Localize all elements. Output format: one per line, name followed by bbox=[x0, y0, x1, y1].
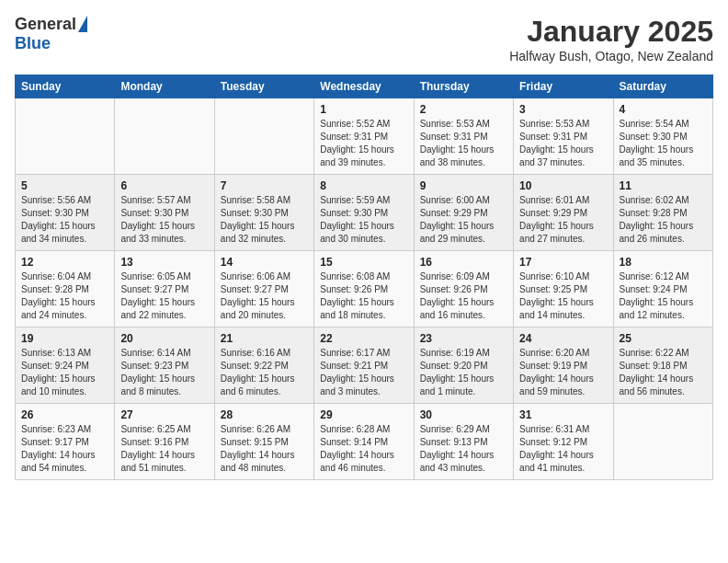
day-number: 28 bbox=[221, 408, 308, 421]
day-cell: 25Sunrise: 6:22 AM Sunset: 9:18 PM Dayli… bbox=[613, 327, 712, 404]
day-info: Sunrise: 6:31 AM Sunset: 9:12 PM Dayligh… bbox=[519, 423, 607, 475]
day-info: Sunrise: 6:14 AM Sunset: 9:23 PM Dayligh… bbox=[120, 347, 208, 398]
day-cell: 20Sunrise: 6:14 AM Sunset: 9:23 PM Dayli… bbox=[115, 327, 214, 404]
day-number: 26 bbox=[21, 408, 108, 421]
week-row-1: 1Sunrise: 5:52 AM Sunset: 9:31 PM Daylig… bbox=[16, 98, 713, 175]
day-info: Sunrise: 6:28 AM Sunset: 9:14 PM Dayligh… bbox=[320, 423, 407, 475]
day-info: Sunrise: 5:56 AM Sunset: 9:30 PM Dayligh… bbox=[21, 194, 108, 246]
day-number: 4 bbox=[620, 103, 707, 116]
day-info: Sunrise: 6:10 AM Sunset: 9:25 PM Dayligh… bbox=[519, 270, 607, 322]
calendar-header: SundayMondayTuesdayWednesdayThursdayFrid… bbox=[16, 75, 713, 98]
day-cell: 8Sunrise: 5:59 AM Sunset: 9:30 PM Daylig… bbox=[314, 175, 414, 251]
day-cell: 4Sunrise: 5:54 AM Sunset: 9:30 PM Daylig… bbox=[613, 98, 712, 175]
month-title: January 2025 bbox=[509, 15, 713, 49]
day-cell: 23Sunrise: 6:19 AM Sunset: 9:20 PM Dayli… bbox=[414, 327, 513, 404]
day-cell bbox=[16, 98, 115, 175]
title-area: January 2025 Halfway Bush, Otago, New Ze… bbox=[509, 15, 713, 63]
header-cell-wednesday: Wednesday bbox=[314, 75, 414, 98]
day-cell: 11Sunrise: 6:02 AM Sunset: 9:28 PM Dayli… bbox=[613, 175, 712, 251]
day-cell: 26Sunrise: 6:23 AM Sunset: 9:17 PM Dayli… bbox=[16, 404, 115, 480]
day-number: 27 bbox=[120, 408, 208, 421]
day-number: 17 bbox=[519, 256, 607, 269]
day-info: Sunrise: 6:17 AM Sunset: 9:21 PM Dayligh… bbox=[320, 347, 407, 398]
header-row: SundayMondayTuesdayWednesdayThursdayFrid… bbox=[16, 75, 713, 98]
day-number: 14 bbox=[221, 256, 308, 269]
day-number: 9 bbox=[420, 179, 507, 192]
day-cell: 30Sunrise: 6:29 AM Sunset: 9:13 PM Dayli… bbox=[414, 404, 513, 480]
header-cell-friday: Friday bbox=[514, 75, 613, 98]
location: Halfway Bush, Otago, New Zealand bbox=[509, 49, 713, 63]
calendar-table: SundayMondayTuesdayWednesdayThursdayFrid… bbox=[15, 75, 713, 480]
day-cell: 7Sunrise: 5:58 AM Sunset: 9:30 PM Daylig… bbox=[214, 175, 313, 251]
day-number: 21 bbox=[221, 332, 308, 345]
day-number: 23 bbox=[420, 332, 507, 345]
day-info: Sunrise: 6:25 AM Sunset: 9:16 PM Dayligh… bbox=[120, 423, 208, 475]
logo-general-text: General bbox=[15, 15, 76, 34]
day-number: 20 bbox=[120, 332, 208, 345]
day-info: Sunrise: 5:53 AM Sunset: 9:31 PM Dayligh… bbox=[519, 118, 607, 169]
day-number: 7 bbox=[221, 179, 308, 192]
day-cell: 12Sunrise: 6:04 AM Sunset: 9:28 PM Dayli… bbox=[16, 251, 115, 327]
day-cell: 17Sunrise: 6:10 AM Sunset: 9:25 PM Dayli… bbox=[514, 251, 613, 327]
logo-blue-text: Blue bbox=[15, 34, 51, 53]
day-cell: 9Sunrise: 6:00 AM Sunset: 9:29 PM Daylig… bbox=[414, 175, 513, 251]
week-row-5: 26Sunrise: 6:23 AM Sunset: 9:17 PM Dayli… bbox=[16, 404, 713, 480]
day-info: Sunrise: 6:02 AM Sunset: 9:28 PM Dayligh… bbox=[620, 194, 707, 246]
day-number: 29 bbox=[320, 408, 407, 421]
day-cell: 6Sunrise: 5:57 AM Sunset: 9:30 PM Daylig… bbox=[115, 175, 214, 251]
day-cell: 16Sunrise: 6:09 AM Sunset: 9:26 PM Dayli… bbox=[414, 251, 513, 327]
day-info: Sunrise: 6:12 AM Sunset: 9:24 PM Dayligh… bbox=[620, 270, 707, 322]
day-info: Sunrise: 5:54 AM Sunset: 9:30 PM Dayligh… bbox=[620, 118, 707, 169]
header-cell-monday: Monday bbox=[115, 75, 214, 98]
week-row-2: 5Sunrise: 5:56 AM Sunset: 9:30 PM Daylig… bbox=[16, 175, 713, 251]
day-number: 16 bbox=[420, 256, 507, 269]
day-info: Sunrise: 6:16 AM Sunset: 9:22 PM Dayligh… bbox=[221, 347, 308, 398]
day-cell: 15Sunrise: 6:08 AM Sunset: 9:26 PM Dayli… bbox=[314, 251, 414, 327]
day-number: 5 bbox=[21, 179, 108, 192]
day-cell: 1Sunrise: 5:52 AM Sunset: 9:31 PM Daylig… bbox=[314, 98, 414, 175]
header-cell-tuesday: Tuesday bbox=[214, 75, 313, 98]
day-number: 2 bbox=[420, 103, 507, 116]
day-cell bbox=[115, 98, 214, 175]
day-cell: 3Sunrise: 5:53 AM Sunset: 9:31 PM Daylig… bbox=[514, 98, 613, 175]
day-info: Sunrise: 6:01 AM Sunset: 9:29 PM Dayligh… bbox=[519, 194, 607, 246]
day-number: 13 bbox=[120, 256, 208, 269]
day-cell bbox=[613, 404, 712, 480]
header-cell-saturday: Saturday bbox=[613, 75, 712, 98]
day-info: Sunrise: 6:05 AM Sunset: 9:27 PM Dayligh… bbox=[120, 270, 208, 322]
day-number: 6 bbox=[120, 179, 208, 192]
day-cell: 22Sunrise: 6:17 AM Sunset: 9:21 PM Dayli… bbox=[314, 327, 414, 404]
day-info: Sunrise: 5:52 AM Sunset: 9:31 PM Dayligh… bbox=[320, 118, 407, 169]
day-info: Sunrise: 6:09 AM Sunset: 9:26 PM Dayligh… bbox=[420, 270, 507, 322]
logo-triangle-icon bbox=[78, 16, 87, 32]
day-cell: 18Sunrise: 6:12 AM Sunset: 9:24 PM Dayli… bbox=[613, 251, 712, 327]
day-cell: 14Sunrise: 6:06 AM Sunset: 9:27 PM Dayli… bbox=[214, 251, 313, 327]
header-cell-sunday: Sunday bbox=[16, 75, 115, 98]
day-info: Sunrise: 6:08 AM Sunset: 9:26 PM Dayligh… bbox=[320, 270, 407, 322]
day-info: Sunrise: 5:53 AM Sunset: 9:31 PM Dayligh… bbox=[420, 118, 507, 169]
day-number: 11 bbox=[620, 179, 707, 192]
day-cell: 28Sunrise: 6:26 AM Sunset: 9:15 PM Dayli… bbox=[214, 404, 313, 480]
day-info: Sunrise: 6:26 AM Sunset: 9:15 PM Dayligh… bbox=[221, 423, 308, 475]
day-cell bbox=[214, 98, 313, 175]
day-cell: 27Sunrise: 6:25 AM Sunset: 9:16 PM Dayli… bbox=[115, 404, 214, 480]
day-info: Sunrise: 6:23 AM Sunset: 9:17 PM Dayligh… bbox=[21, 423, 108, 475]
logo: General Blue bbox=[15, 15, 87, 53]
day-info: Sunrise: 5:58 AM Sunset: 9:30 PM Dayligh… bbox=[221, 194, 308, 246]
day-cell: 13Sunrise: 6:05 AM Sunset: 9:27 PM Dayli… bbox=[115, 251, 214, 327]
day-number: 18 bbox=[620, 256, 707, 269]
day-info: Sunrise: 6:04 AM Sunset: 9:28 PM Dayligh… bbox=[21, 270, 108, 322]
day-cell: 24Sunrise: 6:20 AM Sunset: 9:19 PM Dayli… bbox=[514, 327, 613, 404]
day-cell: 5Sunrise: 5:56 AM Sunset: 9:30 PM Daylig… bbox=[16, 175, 115, 251]
day-cell: 19Sunrise: 6:13 AM Sunset: 9:24 PM Dayli… bbox=[16, 327, 115, 404]
day-info: Sunrise: 6:00 AM Sunset: 9:29 PM Dayligh… bbox=[420, 194, 507, 246]
day-number: 24 bbox=[519, 332, 607, 345]
day-info: Sunrise: 5:59 AM Sunset: 9:30 PM Dayligh… bbox=[320, 194, 407, 246]
day-cell: 29Sunrise: 6:28 AM Sunset: 9:14 PM Dayli… bbox=[314, 404, 414, 480]
header-cell-thursday: Thursday bbox=[414, 75, 513, 98]
day-number: 10 bbox=[519, 179, 607, 192]
day-number: 15 bbox=[320, 256, 407, 269]
day-number: 25 bbox=[620, 332, 707, 345]
week-row-4: 19Sunrise: 6:13 AM Sunset: 9:24 PM Dayli… bbox=[16, 327, 713, 404]
day-number: 30 bbox=[420, 408, 507, 421]
